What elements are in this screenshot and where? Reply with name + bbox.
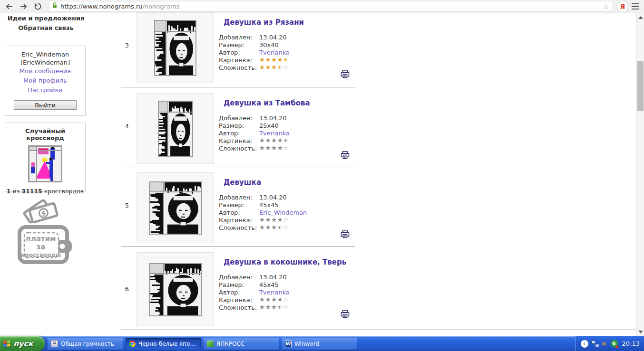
start-button[interactable]: пуск: [0, 336, 45, 351]
screen: https://www.nonograms.ru/nonograms ☆ Я И…: [0, 0, 644, 351]
browser-toolbar: https://www.nonograms.ru/nonograms ☆ Я: [0, 0, 644, 13]
tray-clock: 20:13: [622, 340, 640, 347]
yandex-extension-icon[interactable]: Я: [617, 1, 628, 12]
tray-chevron-icon[interactable]: ‹: [581, 340, 588, 348]
sidebar-item-feedback[interactable]: Обратная связь: [0, 24, 92, 31]
nonogram-thumbnail[interactable]: [137, 93, 214, 164]
nonogram-fields: Добавлен:13.04.20 Размер:30x40 Автор:Tve…: [219, 33, 290, 71]
random-crossword-thumbnail[interactable]: [28, 145, 62, 182]
print-icon[interactable]: [341, 70, 350, 78]
speaker-icon[interactable]: [602, 341, 608, 347]
browser-menu-icon[interactable]: [630, 1, 641, 12]
page: Идеи и предложения Обратная связь Eric_W…: [0, 13, 636, 336]
added-label: Добавлен:: [219, 274, 259, 281]
nonogram-thumbnail[interactable]: [137, 172, 214, 243]
nonogram-fields: Добавлен:13.04.20 Размер:45x45 Автор:Tve…: [219, 273, 290, 311]
difficulty-label: Сложность:: [219, 304, 259, 311]
sidebar-item-profile[interactable]: Мой профиль: [5, 76, 85, 85]
author-link[interactable]: Tverianka: [259, 289, 290, 296]
bookmark-star-icon[interactable]: ☆: [603, 3, 609, 10]
size-label: Размер:: [219, 281, 259, 288]
author-label: Автор:: [219, 49, 259, 56]
picture-rating-stars: ☆☆☆☆☆★★★★★: [259, 217, 289, 223]
row-number: 5: [121, 202, 133, 209]
random-crossword-panel: Случайный кроссворд 1 из 31115 кроссворд…: [5, 123, 86, 192]
difficulty-rating-stars: ☆☆☆☆☆★★★★★: [259, 145, 289, 152]
picture-label: Картинка:: [219, 57, 259, 64]
print-icon[interactable]: [341, 151, 350, 159]
taskbar-button-label: Черно-белые японс...: [138, 341, 197, 347]
size-label: Размер:: [219, 41, 259, 48]
difficulty-rating-stars: ☆☆☆☆☆★★★★★: [259, 304, 289, 311]
item-separator: [121, 167, 355, 167]
green-app-icon: [207, 341, 214, 347]
difficulty-rating-stars: ☆☆☆☆☆★★★★★: [259, 224, 289, 231]
svg-text:платим: платим: [26, 235, 56, 243]
row-number: 6: [121, 285, 133, 293]
nonogram-preview-canvas[interactable]: [149, 263, 202, 316]
author-label: Автор:: [219, 130, 259, 137]
taskbar-button-japcross[interactable]: ЯПКРОСС: [204, 338, 279, 350]
back-button[interactable]: [3, 1, 15, 12]
sidebar-item-ideas[interactable]: Идеи и предложения: [0, 15, 92, 22]
nonogram-title-link[interactable]: Девушка из Тамбова: [224, 99, 310, 107]
picture-label: Картинка:: [219, 217, 259, 224]
taskbar-button-browser[interactable]: Черно-белые японс...: [126, 338, 201, 350]
nonogram-thumbnail[interactable]: [137, 12, 214, 83]
nonogram-thumbnail[interactable]: [137, 252, 214, 327]
size-label: Размер:: [219, 122, 259, 129]
picture-rating-stars: ☆☆☆☆☆★★★★★: [259, 57, 289, 63]
nonogram-preview-canvas[interactable]: [154, 20, 196, 76]
user-name: Eric_Windeman: [5, 50, 85, 58]
address-bar[interactable]: https://www.nonograms.ru/nonograms ☆: [48, 1, 613, 12]
scroll-up-arrow[interactable]: [638, 16, 643, 19]
added-label: Добавлен:: [219, 194, 259, 201]
author-label: Автор:: [219, 289, 259, 296]
author-link[interactable]: Tverianka: [259, 130, 290, 137]
antivirus-icon[interactable]: e: [611, 340, 618, 347]
nonogram-fields: Добавлен:13.04.20 Размер:45x45 Автор:Eri…: [219, 193, 307, 231]
picture-label: Картинка:: [219, 137, 259, 144]
added-label: Добавлен:: [219, 114, 259, 122]
svg-text:за: за: [37, 243, 46, 251]
taskbar-button-winword[interactable]: W Winword: [282, 338, 357, 350]
nonogram-title-link[interactable]: Девушка из Рязани: [224, 18, 304, 27]
taskbar-button-volume[interactable]: Общая громкость: [48, 338, 123, 350]
start-label: пуск: [13, 339, 33, 348]
print-icon[interactable]: [341, 230, 350, 238]
added-value: 13.04.20: [259, 34, 287, 41]
item-separator: [121, 247, 355, 247]
reload-button[interactable]: [31, 1, 44, 12]
list-bottom-border: [121, 330, 640, 330]
sidebar-item-settings[interactable]: Настройки: [5, 85, 85, 95]
https-lock-icon[interactable]: [52, 2, 58, 11]
nonogram-preview-canvas[interactable]: [158, 101, 193, 157]
difficulty-label: Сложность:: [219, 145, 259, 152]
nonogram-fields: Добавлен:13.04.20 Размер:25x40 Автор:Tve…: [219, 114, 290, 152]
pay-for-crosswords-banner[interactable]: $ платим за кроссворды: [16, 199, 73, 269]
network-icon[interactable]: [591, 341, 599, 347]
row-number: 3: [121, 42, 133, 49]
scroll-down-arrow[interactable]: [638, 331, 643, 333]
size-value: 45x45: [259, 281, 279, 288]
user-nick: [EricWindeman]: [5, 58, 85, 66]
item-separator: [121, 87, 355, 87]
added-value: 13.04.20: [259, 274, 287, 281]
added-value: 13.04.20: [259, 114, 287, 122]
difficulty-rating-stars: ☆☆☆☆☆★★★★★: [259, 64, 289, 71]
print-icon[interactable]: [341, 310, 350, 318]
logout-button[interactable]: Выйти: [14, 100, 77, 110]
windows-logo-icon: [3, 340, 10, 347]
forward-button[interactable]: [17, 1, 29, 12]
nonogram-preview-canvas[interactable]: [149, 181, 202, 235]
difficulty-label: Сложность:: [219, 64, 259, 71]
nonogram-title-link[interactable]: Девушка: [224, 178, 261, 187]
author-link[interactable]: Tverianka: [259, 49, 290, 56]
sidebar-item-messages[interactable]: Мои сообщения: [5, 66, 85, 76]
author-link[interactable]: Eric_Windeman: [259, 209, 307, 216]
picture-rating-stars: ☆☆☆☆☆★★★★★: [259, 296, 289, 303]
nonogram-title-link[interactable]: Девушка в кокошнике, Тверь: [224, 258, 346, 266]
scrollbar-thumb[interactable]: [637, 61, 644, 111]
size-label: Размер:: [219, 201, 259, 209]
picture-label: Картинка:: [219, 296, 259, 304]
